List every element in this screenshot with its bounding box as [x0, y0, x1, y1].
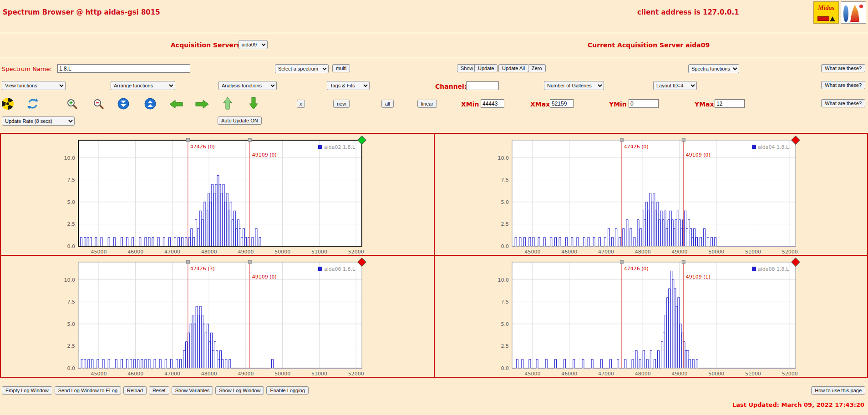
- enable-logging-button[interactable]: Enable Logging: [266, 386, 308, 395]
- spectrum-panel-aida04: 47426 (0)49109 (0)0.02.55.07.510.0450004…: [435, 134, 867, 255]
- current-server-label: Current Acquisition Server aida09: [588, 41, 710, 49]
- empty-log-window-button[interactable]: Empty Log Window: [2, 386, 52, 395]
- spectra-functions-dropdown[interactable]: Spectra functions: [688, 64, 739, 73]
- y-tick-label: 2.5: [67, 343, 76, 349]
- update-button[interactable]: Update: [474, 64, 497, 72]
- y-tick-label: 5.0: [67, 321, 76, 327]
- marker-handle[interactable]: [620, 260, 623, 263]
- partner-logo[interactable]: [841, 1, 866, 24]
- update-rate-row: Update Rate (8 secs) Auto Update ON: [0, 116, 868, 133]
- legend-label: aida04 1.8.L: [758, 144, 789, 150]
- what-are-these-button-3[interactable]: What are these?: [821, 99, 865, 107]
- spectrum-chart-aida06[interactable]: 47426 (3)49109 (0)0.02.55.07.510.0450004…: [53, 257, 367, 376]
- y-tick-label: 7.5: [501, 299, 509, 305]
- what-are-these-button-1[interactable]: What are these?: [821, 64, 865, 72]
- spectrum-plot-svg: 47426 (3)49109 (0)0.02.55.07.510.0450004…: [53, 257, 367, 376]
- spectrum-name-input[interactable]: [57, 64, 190, 73]
- ymin-input[interactable]: [629, 99, 659, 108]
- legend-label: aida08 1.8.L: [758, 266, 789, 272]
- ymax-input[interactable]: [715, 99, 745, 108]
- pan-down-icon-svg: [249, 97, 259, 110]
- scroll-up-icon[interactable]: [144, 98, 156, 111]
- spectrum-plot-svg: 47426 (0)49109 (0)0.02.55.07.510.0450004…: [487, 135, 801, 254]
- pan-left-icon[interactable]: [169, 99, 183, 111]
- show-log-window-button[interactable]: Show Log Window: [215, 386, 264, 395]
- acquisition-server-select[interactable]: aida09: [239, 40, 268, 49]
- y-tick-label: 5.0: [501, 321, 509, 327]
- spectrum-panel-aida02: 47426 (0)49109 (0)0.02.55.07.510.0450004…: [1, 134, 434, 255]
- midas-logo-text: Midas: [814, 5, 838, 12]
- midas-logo-bar: [817, 16, 829, 21]
- y-tick-label: 7.5: [67, 177, 76, 183]
- spectrum-gallery: 47426 (0)49109 (0)0.02.55.07.510.0450004…: [0, 133, 868, 378]
- update-all-button[interactable]: Update All: [498, 64, 528, 72]
- arrange-functions-dropdown[interactable]: Arrange functions: [111, 81, 175, 90]
- midas-logo[interactable]: Midas: [813, 1, 839, 24]
- pan-right-icon[interactable]: [195, 99, 209, 111]
- update-rate-dropdown[interactable]: Update Rate (8 secs): [2, 116, 75, 126]
- radiation-icon[interactable]: [2, 98, 14, 110]
- marker-label: 49109 (0): [252, 274, 277, 280]
- marker-handle[interactable]: [620, 138, 623, 142]
- multi-button[interactable]: multi: [332, 64, 350, 72]
- y-tick-label: 5.0: [501, 199, 509, 205]
- how-to-use-button[interactable]: How to use this page: [811, 386, 865, 395]
- marker-handle[interactable]: [682, 138, 685, 142]
- x-tick-label: 51000: [745, 249, 761, 254]
- marker-handle[interactable]: [248, 138, 251, 142]
- x-tick-label: 52000: [348, 249, 364, 254]
- zoom-out-icon[interactable]: [93, 98, 105, 112]
- spectrum-chart-aida08[interactable]: 47426 (0)49109 (1)0.02.55.07.510.0450004…: [487, 257, 801, 376]
- xmax-label: XMax: [530, 101, 550, 108]
- marker-handle[interactable]: [186, 138, 189, 142]
- functions-row: View functions Arrange functions Analysi…: [0, 80, 868, 96]
- x-tick-label: 49000: [238, 249, 254, 254]
- x-tick-label: 45000: [91, 249, 107, 254]
- marker-label: 49109 (1): [686, 274, 711, 280]
- reload-button[interactable]: Reload: [123, 386, 147, 395]
- scroll-down-icon-svg: [117, 98, 129, 110]
- ymax-label: YMax: [695, 101, 714, 108]
- view-functions-dropdown[interactable]: View functions: [2, 81, 66, 90]
- send-log-elog-button[interactable]: Send Log Window to ELog: [55, 386, 121, 395]
- x-tick-label: 51000: [311, 249, 327, 254]
- scroll-down-icon[interactable]: [117, 98, 129, 111]
- what-are-these-button-2[interactable]: What are these?: [821, 81, 865, 89]
- midas-logo-triangle: [830, 16, 835, 21]
- spectrum-chart-aida04[interactable]: 47426 (0)49109 (0)0.02.55.07.510.0450004…: [487, 135, 801, 254]
- y-tick-label: 7.5: [501, 177, 509, 183]
- analysis-functions-dropdown[interactable]: Analysis functions: [218, 81, 277, 90]
- y-tick-label: 0.0: [67, 365, 76, 371]
- spectrum-name-row: Spectrum Name: Select a spectrum multi S…: [0, 63, 868, 80]
- show-variables-button[interactable]: Show Variables: [172, 386, 213, 395]
- number-of-galleries-dropdown[interactable]: Number of Galleries: [544, 81, 604, 90]
- new-button[interactable]: new: [333, 100, 350, 108]
- spectrum-chart-aida02[interactable]: 47426 (0)49109 (0)0.02.55.07.510.0450004…: [53, 135, 367, 254]
- select-spectrum-dropdown[interactable]: Select a spectrum: [275, 64, 329, 73]
- layout-id-dropdown[interactable]: Layout ID=4: [653, 81, 697, 90]
- linear-button[interactable]: linear: [417, 100, 437, 108]
- channel-input[interactable]: [466, 81, 499, 90]
- x-tick-label: 47000: [164, 249, 180, 254]
- refresh-icon[interactable]: [26, 97, 39, 112]
- show-button[interactable]: Show: [457, 64, 477, 72]
- x-button[interactable]: x: [297, 100, 305, 108]
- x-tick-label: 52000: [782, 371, 798, 376]
- zero-button[interactable]: Zero: [528, 64, 546, 72]
- marker-handle[interactable]: [248, 260, 251, 263]
- pan-up-icon[interactable]: [223, 97, 233, 111]
- marker-handle[interactable]: [186, 260, 189, 263]
- x-tick-label: 48000: [201, 371, 217, 376]
- marker-handle[interactable]: [682, 260, 685, 263]
- marker-label: 49109 (0): [686, 152, 711, 158]
- reset-button[interactable]: Reset: [149, 386, 169, 395]
- pan-down-icon[interactable]: [249, 97, 259, 111]
- tags-fits-dropdown[interactable]: Tags & Fits: [327, 81, 370, 90]
- zoom-in-icon[interactable]: [66, 98, 78, 112]
- x-tick-label: 49000: [238, 371, 254, 376]
- all-button[interactable]: all: [381, 100, 394, 108]
- x-tick-label: 48000: [201, 249, 217, 254]
- xmin-input[interactable]: [481, 99, 504, 108]
- xmax-input[interactable]: [550, 99, 574, 108]
- auto-update-button[interactable]: Auto Update ON: [218, 116, 262, 125]
